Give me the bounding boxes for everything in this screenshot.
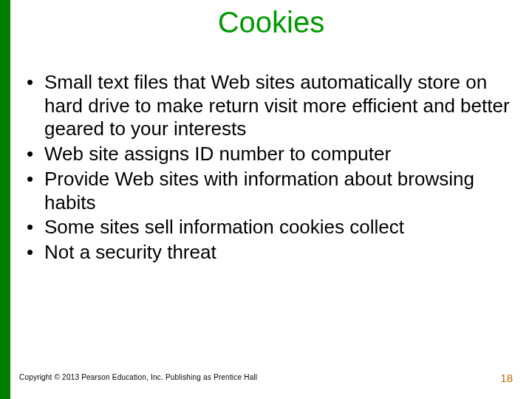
page-number: 18 bbox=[500, 372, 513, 384]
slide: Cookies Small text files that Web sites … bbox=[0, 0, 532, 399]
copyright-text: Copyright © 2013 Pearson Education, Inc.… bbox=[19, 373, 257, 381]
left-accent-bar bbox=[0, 0, 10, 399]
list-item: Web site assigns ID number to computer bbox=[24, 143, 511, 166]
slide-body: Small text files that Web sites automati… bbox=[24, 71, 511, 266]
list-item: Not a security threat bbox=[24, 241, 511, 265]
list-item: Small text files that Web sites automati… bbox=[24, 71, 511, 141]
list-item: Some sites sell information cookies coll… bbox=[24, 216, 511, 239]
slide-title: Cookies bbox=[10, 6, 532, 39]
bullet-list: Small text files that Web sites automati… bbox=[24, 71, 511, 265]
list-item: Provide Web sites with information about… bbox=[24, 168, 511, 214]
